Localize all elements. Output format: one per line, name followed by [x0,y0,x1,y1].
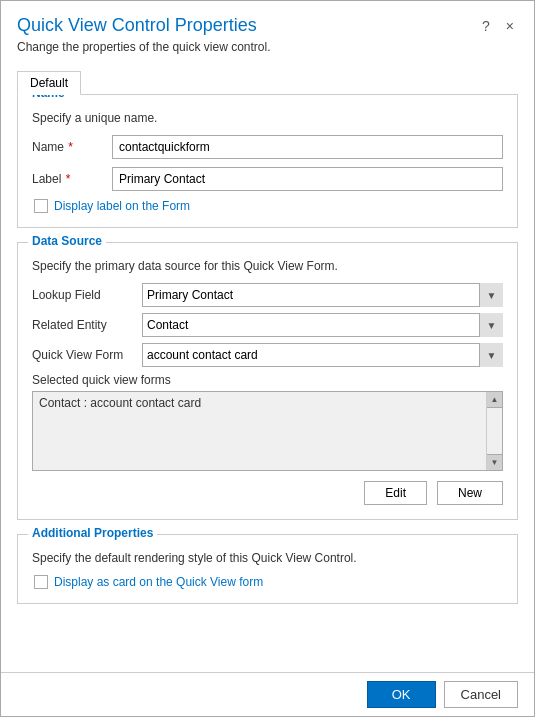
dialog-container: Quick View Control Properties ? × Change… [0,0,535,717]
new-button[interactable]: New [437,481,503,505]
selected-forms-scrollbar: ▲ ▼ [486,392,502,470]
label-label: Label * [32,172,112,186]
dialog-body: Default Name Specify a unique name. Name… [1,60,534,672]
related-entity-select[interactable]: Contact [142,313,503,337]
name-required-star: * [65,140,73,154]
quick-view-form-row: Quick View Form account contact card ▼ [32,343,503,367]
additional-props-description: Specify the default rendering style of t… [32,551,503,565]
help-icon[interactable]: ? [478,16,494,36]
name-section-description: Specify a unique name. [32,111,503,125]
data-source-description: Specify the primary data source for this… [32,259,503,273]
display-as-card-checkbox[interactable] [34,575,48,589]
ok-button[interactable]: OK [367,681,436,708]
label-required-star: * [62,172,70,186]
action-buttons: Edit New [32,481,503,505]
display-label-row: Display label on the Form [34,199,503,213]
dialog-header: Quick View Control Properties ? × Change… [1,1,534,60]
title-row: Quick View Control Properties ? × [17,15,518,36]
dialog-subtitle: Change the properties of the quick view … [17,40,518,54]
display-as-card-label: Display as card on the Quick View form [54,575,263,589]
display-label-text: Display label on the Form [54,199,190,213]
quick-view-form-select[interactable]: account contact card [142,343,503,367]
dialog-title: Quick View Control Properties [17,15,257,36]
related-entity-label: Related Entity [32,318,142,332]
additional-properties-section: Additional Properties Specify the defaul… [17,534,518,604]
display-label-checkbox[interactable] [34,199,48,213]
selected-forms-box: Contact : account contact card ▲ ▼ [32,391,503,471]
scroll-up-button[interactable]: ▲ [487,392,503,408]
lookup-field-label: Lookup Field [32,288,142,302]
cancel-button[interactable]: Cancel [444,681,518,708]
lookup-field-select[interactable]: Primary Contact [142,283,503,307]
close-icon[interactable]: × [502,16,518,36]
name-label: Name * [32,140,112,154]
lookup-field-wrapper: Primary Contact ▼ [142,283,503,307]
related-entity-row: Related Entity Contact ▼ [32,313,503,337]
name-input[interactable] [112,135,503,159]
label-row: Label * [32,167,503,191]
display-as-card-row: Display as card on the Quick View form [34,575,503,589]
title-icons: ? × [478,16,518,36]
tab-bar: Default [17,70,518,94]
scroll-down-button[interactable]: ▼ [487,454,503,470]
quick-view-form-label: Quick View Form [32,348,142,362]
quick-view-form-wrapper: account contact card ▼ [142,343,503,367]
tab-default[interactable]: Default [17,71,81,95]
selected-forms-content: Contact : account contact card [33,392,502,414]
data-source-section: Data Source Specify the primary data sou… [17,242,518,520]
additional-props-legend: Additional Properties [28,526,157,540]
edit-button[interactable]: Edit [364,481,427,505]
dialog-footer: OK Cancel [1,672,534,716]
related-entity-wrapper: Contact ▼ [142,313,503,337]
data-source-legend: Data Source [28,234,106,248]
name-section: Name Specify a unique name. Name * Label… [17,94,518,228]
name-row: Name * [32,135,503,159]
selected-forms-item: Contact : account contact card [39,396,201,410]
label-input[interactable] [112,167,503,191]
selected-forms-label: Selected quick view forms [32,373,503,387]
lookup-field-row: Lookup Field Primary Contact ▼ [32,283,503,307]
